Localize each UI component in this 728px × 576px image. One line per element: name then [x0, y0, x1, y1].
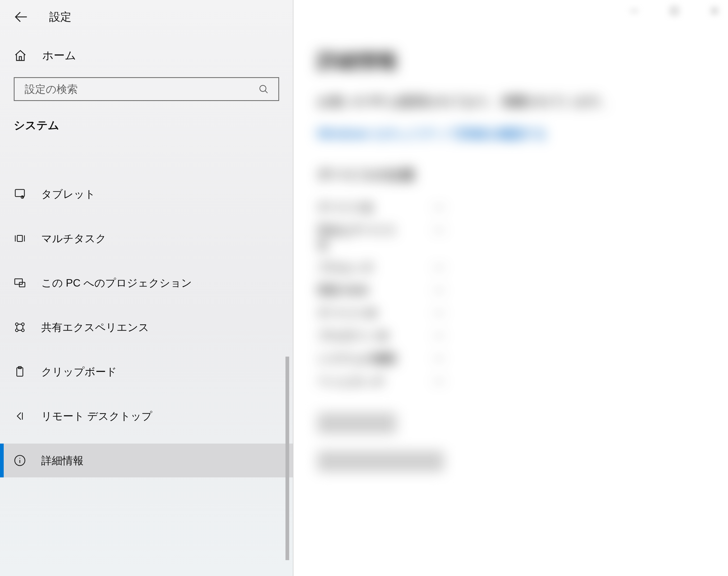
search-icon	[258, 84, 269, 94]
svg-rect-8	[15, 279, 23, 284]
security-link[interactable]: Windows セキュリティで詳細を確認する	[317, 125, 728, 142]
search-input[interactable]	[24, 78, 258, 100]
nav-label: マルチタスク	[41, 231, 106, 246]
svg-point-1	[260, 85, 266, 91]
spec-row: 実装 RAM—	[317, 283, 728, 298]
svg-rect-3	[15, 190, 25, 197]
page-title: 詳細情報	[317, 48, 728, 75]
svg-point-10	[16, 323, 18, 326]
sidebar-item-shared-experiences[interactable]: 共有エクスペリエンス	[0, 310, 293, 344]
search-box[interactable]	[14, 77, 279, 101]
spec-heading: デバイスの仕様	[317, 166, 728, 184]
sidebar-item-tablet[interactable]: タブレット	[0, 177, 293, 211]
sidebar-item-multitask[interactable]: マルチタスク	[0, 222, 293, 255]
blurred-content: 詳細情報 お使いの PC は監視されており、保護されています。 Windows …	[293, 0, 728, 473]
rename-button[interactable]	[317, 451, 444, 472]
sidebar-item-about[interactable]: 詳細情報	[0, 443, 293, 478]
home-label: ホーム	[42, 48, 76, 63]
project-icon	[14, 277, 26, 289]
multitask-icon	[14, 232, 26, 244]
svg-point-12	[16, 329, 18, 332]
spec-row: プロセッサ—	[317, 260, 728, 275]
sidebar-item-clipboard[interactable]: クリップボード	[0, 355, 293, 388]
svg-line-2	[265, 91, 267, 93]
settings-sidebar: 設定 ホーム システム	[0, 0, 293, 576]
svg-point-11	[22, 323, 24, 326]
nav-label: リモート デスクトップ	[41, 409, 152, 424]
nav-label: この PC へのプロジェクション	[41, 276, 192, 290]
sidebar-home[interactable]: ホーム	[0, 34, 293, 77]
spec-row: 完全なデバイス名—	[317, 223, 728, 253]
nav-label: クリップボード	[41, 365, 117, 379]
sidebar-section-label: システム	[0, 111, 293, 140]
back-arrow-icon[interactable]	[14, 10, 28, 24]
svg-rect-7	[17, 235, 22, 241]
spec-row: プロダクト ID—	[317, 328, 728, 343]
info-icon	[14, 454, 26, 466]
spec-row: デバイス名—	[317, 200, 728, 215]
sidebar-nav: タブレット マルチタスク	[0, 177, 293, 478]
copy-button[interactable]	[317, 413, 397, 434]
spec-row: デバイス ID—	[317, 306, 728, 321]
remote-desktop-icon	[14, 410, 26, 422]
nav-label: タブレット	[41, 187, 95, 201]
svg-point-23	[19, 458, 20, 459]
sidebar-header: 設定	[0, 0, 293, 34]
shared-icon	[14, 321, 26, 333]
clipboard-icon	[14, 366, 26, 378]
tablet-icon	[14, 188, 26, 200]
status-line: お使いの PC は監視されており、保護されています。	[317, 93, 728, 110]
settings-title: 設定	[49, 9, 71, 24]
spec-row: システムの種類—	[317, 351, 728, 366]
nav-label: 共有エクスペリエンス	[41, 320, 149, 335]
sidebar-item-project[interactable]: この PC へのプロジェクション	[0, 266, 293, 300]
spec-row: ペンとタッチ—	[317, 374, 728, 389]
main-content: 詳細情報 お使いの PC は監視されており、保護されています。 Windows …	[293, 0, 728, 576]
nav-label: 詳細情報	[41, 453, 84, 468]
svg-point-13	[22, 329, 24, 332]
sidebar-item-remote-desktop[interactable]: リモート デスクトップ	[0, 399, 293, 433]
home-icon	[14, 49, 27, 62]
sidebar-scrollbar[interactable]	[286, 356, 289, 560]
